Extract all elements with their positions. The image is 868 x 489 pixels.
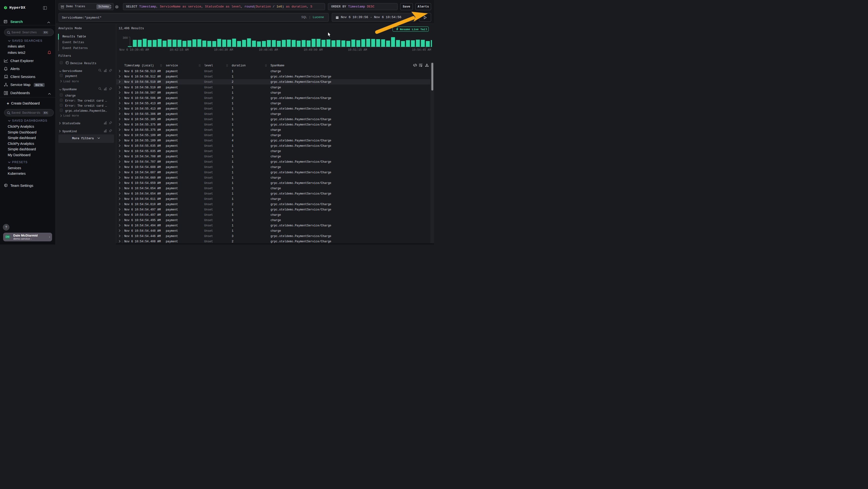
svg-text:10:49:00 AM: 10:49:00 AM [304,48,322,52]
svg-text:300: 300 [123,36,128,40]
svg-text:10:54:45 AM: 10:54:45 AM [412,48,431,52]
svg-text:10:44:30 AM: 10:44:30 AM [214,48,233,52]
svg-text:Nov 6 10:39:45 AM: Nov 6 10:39:45 AM [119,48,149,52]
svg-text:10:42:15 AM: 10:42:15 AM [169,48,189,52]
svg-text:10:46:45 AM: 10:46:45 AM [259,48,278,52]
svg-text:10:51:15 AM: 10:51:15 AM [348,48,367,52]
